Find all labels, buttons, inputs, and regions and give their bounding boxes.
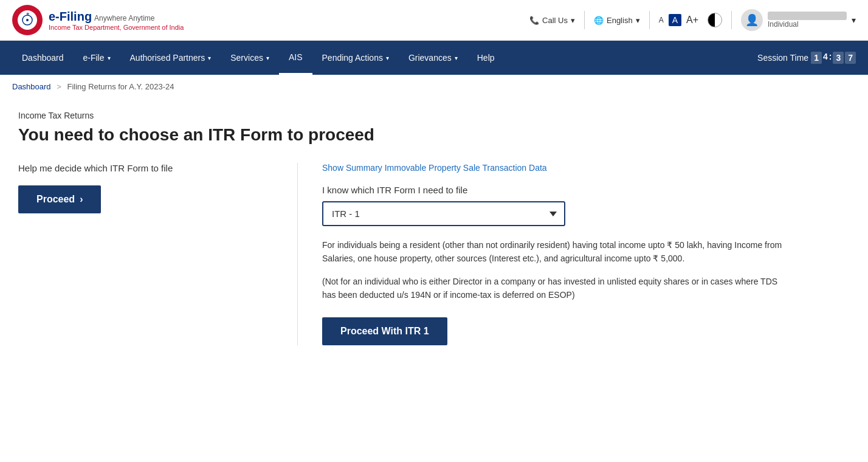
session-d3: 7	[845, 52, 856, 64]
proceed-arrow: ›	[80, 194, 83, 205]
call-us-chevron: ▾	[571, 16, 575, 25]
header: ☸ e-Filing Anywhere Anytime Income Tax D…	[0, 0, 868, 41]
font-controls: A A A+	[659, 14, 698, 26]
logo-tagline: Anywhere Anytime	[94, 14, 154, 22]
language-button[interactable]: 🌐 English ▾	[594, 16, 640, 25]
nav-grievances-label: Grievances	[408, 53, 452, 63]
nav-ais[interactable]: AIS	[279, 41, 312, 75]
logo-dept: Income Tax Department, Government of Ind…	[49, 24, 184, 31]
nav-pending-actions[interactable]: Pending Actions ▾	[312, 41, 399, 75]
proceed-label: Proceed	[36, 194, 75, 205]
nav-ais-label: AIS	[289, 52, 303, 62]
proceed-button[interactable]: Proceed ›	[18, 185, 101, 213]
logo-text: e-Filing Anywhere Anytime Income Tax Dep…	[49, 10, 184, 31]
call-us-label: Call Us	[542, 16, 568, 25]
nav-authorised-partners-label: Authorised Partners	[130, 53, 205, 63]
page-subtitle: Income Tax Returns	[18, 111, 850, 120]
session-d1: 1	[811, 52, 822, 64]
divider3	[731, 11, 732, 29]
logo-e-filing: e-Filing	[49, 10, 92, 24]
main-content: Income Tax Returns You need to choose an…	[0, 98, 868, 357]
know-label: I know which ITR Form I need to file	[322, 185, 850, 195]
nav-help-label: Help	[477, 53, 495, 63]
session-sep1: 4	[823, 52, 828, 64]
summary-link[interactable]: Show Summary Immovable Property Sale Tra…	[322, 163, 850, 173]
right-column: Show Summary Immovable Property Sale Tra…	[298, 163, 850, 345]
proceed-itr-button[interactable]: Proceed With ITR 1	[322, 317, 447, 345]
user-type: Individual	[768, 20, 847, 29]
nav-grievances-chevron: ▾	[455, 55, 458, 61]
session-time: Session Time 1 4 : 3 7	[757, 41, 856, 75]
user-name-block: Individual	[768, 12, 847, 29]
description-text-1: For individuals being a resident (other …	[322, 238, 784, 266]
breadcrumb-home[interactable]: Dashboard	[12, 82, 51, 91]
globe-icon: 🌐	[594, 16, 604, 25]
session-colon1: :	[829, 52, 832, 64]
svg-point-2	[26, 19, 29, 21]
call-us-button[interactable]: 📞 Call Us ▾	[529, 16, 575, 25]
nav-help[interactable]: Help	[467, 41, 505, 75]
divider2	[649, 11, 650, 29]
itr-form-select[interactable]: ITR - 1 ITR - 2 ITR - 3 ITR - 4	[322, 201, 565, 226]
font-small-button[interactable]: A	[659, 16, 664, 24]
nav-dashboard-label: Dashboard	[22, 53, 64, 63]
navigation: Dashboard e-File ▾ Authorised Partners ▾…	[0, 41, 868, 75]
page-title: You need to choose an ITR Form to procee…	[18, 125, 850, 145]
description-text-2: (Not for an individual who is either Dir…	[322, 275, 784, 302]
nav-dashboard[interactable]: Dashboard	[12, 41, 74, 75]
help-text: Help me decide which ITR Form to file	[18, 163, 273, 173]
contrast-toggle[interactable]	[708, 13, 722, 27]
nav-grievances[interactable]: Grievances ▾	[399, 41, 467, 75]
user-info[interactable]: 👤 Individual ▾	[741, 9, 856, 31]
logo-emblem: ☸	[12, 5, 43, 35]
breadcrumb: Dashboard > Filing Returns for A.Y. 2023…	[0, 75, 868, 98]
nav-efile-label: e-File	[83, 53, 105, 63]
header-controls: 📞 Call Us ▾ 🌐 English ▾ A A A+ 👤 Individ…	[529, 9, 856, 31]
left-column: Help me decide which ITR Form to file Pr…	[18, 163, 298, 345]
nav-pending-chevron: ▾	[386, 55, 389, 61]
nav-services[interactable]: Services ▾	[221, 41, 279, 75]
user-name	[768, 12, 847, 20]
nav-efile[interactable]: e-File ▾	[74, 41, 120, 75]
nav-services-chevron: ▾	[266, 55, 269, 61]
divider	[584, 11, 585, 29]
two-column-layout: Help me decide which ITR Form to file Pr…	[18, 163, 850, 345]
avatar: 👤	[741, 9, 763, 31]
logo: ☸ e-Filing Anywhere Anytime Income Tax D…	[12, 5, 184, 35]
nav-pending-label: Pending Actions	[322, 53, 383, 63]
session-d2: 3	[833, 52, 844, 64]
font-mid-button[interactable]: A	[669, 14, 681, 26]
nav-efile-chevron: ▾	[108, 55, 111, 61]
session-label: Session Time	[757, 53, 808, 63]
nav-services-label: Services	[230, 53, 263, 63]
breadcrumb-separator: >	[57, 82, 61, 91]
nav-auth-chevron: ▾	[208, 55, 211, 61]
session-digits: 1 4 : 3 7	[811, 52, 856, 64]
breadcrumb-current: Filing Returns for A.Y. 2023-24	[67, 82, 174, 91]
phone-icon: 📞	[529, 16, 539, 25]
svg-text:☸: ☸	[26, 12, 29, 16]
nav-authorised-partners[interactable]: Authorised Partners ▾	[120, 41, 221, 75]
language-label: English	[607, 16, 633, 25]
font-large-button[interactable]: A+	[686, 15, 698, 26]
language-chevron: ▾	[636, 16, 640, 25]
user-chevron: ▾	[852, 15, 856, 25]
